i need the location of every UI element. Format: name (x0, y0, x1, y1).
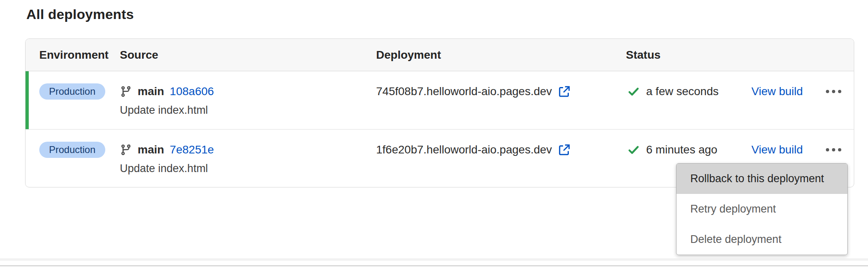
deployments-page: All deployments Environment Source Deplo… (0, 0, 868, 268)
view-build-link[interactable]: View build (751, 143, 803, 156)
commit-message: Update index.html (120, 161, 376, 176)
more-actions-button[interactable] (821, 83, 846, 100)
menu-item-rollback[interactable]: Rollback to this deployment (677, 164, 847, 194)
menu-item-retry[interactable]: Retry deployment (677, 194, 847, 224)
deployment-url: 1f6e20b7.helloworld-aio.pages.dev (376, 143, 552, 156)
commit-link[interactable]: 7e8251e (170, 143, 214, 156)
git-branch-icon (120, 85, 132, 98)
header-environment: Environment (26, 49, 120, 62)
success-check-icon (628, 85, 640, 98)
branch-name: main (138, 143, 164, 156)
deployment-row-1: Production main 108a606 Update index.htm… (26, 71, 854, 129)
more-actions-button[interactable] (821, 142, 846, 158)
commit-message: Update index.html (120, 103, 376, 117)
status-time: a few seconds (646, 85, 719, 98)
menu-item-delete[interactable]: Delete deployment (677, 224, 847, 255)
current-deployment-indicator (26, 71, 29, 129)
environment-badge: Production (39, 83, 105, 100)
success-check-icon (628, 144, 640, 156)
view-build-link[interactable]: View build (751, 85, 803, 98)
git-branch-icon (120, 144, 132, 156)
deployment-url: 745f08b7.helloworld-aio.pages.dev (376, 85, 552, 98)
deployment-actions-menu: Rollback to this deployment Retry deploy… (676, 163, 848, 255)
page-title: All deployments (26, 6, 134, 22)
branch-name: main (138, 85, 164, 98)
section-divider (0, 258, 868, 261)
environment-badge: Production (39, 142, 105, 158)
header-status: Status (626, 49, 854, 62)
table-header-row: Environment Source Deployment Status (26, 39, 854, 71)
external-link-icon[interactable] (557, 143, 571, 157)
header-source: Source (120, 49, 376, 62)
external-link-icon[interactable] (557, 85, 571, 98)
header-deployment: Deployment (376, 49, 626, 62)
ellipsis-icon (826, 148, 829, 151)
status-time: 6 minutes ago (646, 143, 717, 156)
ellipsis-icon (826, 90, 829, 93)
commit-link[interactable]: 108a606 (170, 85, 214, 98)
page-bottom-border (0, 265, 868, 266)
